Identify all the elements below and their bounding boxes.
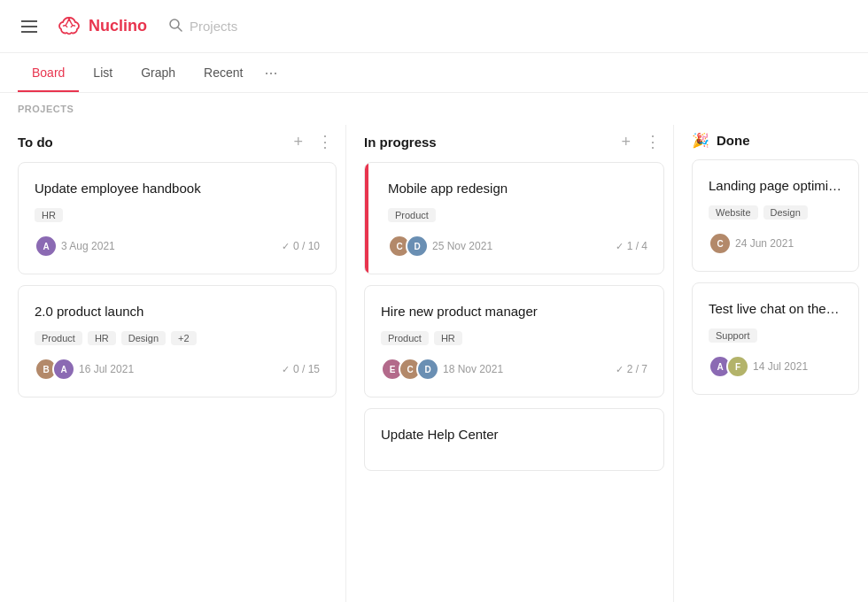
avatar: A [35, 235, 58, 258]
add-inprogress-button[interactable]: + [617, 132, 634, 151]
menu-button[interactable] [18, 17, 41, 36]
tag-product: Product [35, 331, 82, 345]
card-title: Hire new product manager [381, 302, 647, 320]
tabs-bar: Board List Graph Recent ··· [0, 53, 868, 93]
add-todo-button[interactable]: + [290, 132, 306, 151]
board: To do + ⋮ Update employee handbook HR A … [0, 125, 868, 602]
search-area[interactable]: Projects [168, 18, 237, 35]
column-inprogress-header: In progress + ⋮ [364, 125, 664, 162]
card-tags: HR [35, 208, 320, 222]
card-footer: E C D 18 Nov 2021 ✓ 2 / 7 [381, 358, 647, 381]
card-checklist: ✓ 0 / 10 [282, 240, 320, 252]
inprogress-more-button[interactable]: ⋮ [641, 132, 664, 151]
check-icon: ✓ [282, 241, 290, 252]
card-update-help-center[interactable]: Update Help Center [364, 408, 664, 471]
card-tags: Product [381, 208, 647, 222]
card-avatars: A F [709, 355, 744, 378]
card-checklist: ✓ 0 / 15 [282, 363, 320, 375]
tab-more-button[interactable]: ··· [257, 53, 284, 93]
search-placeholder: Projects [190, 19, 237, 34]
card-avatars: A [35, 235, 52, 258]
card-checklist: ✓ 2 / 7 [616, 363, 647, 375]
avatar: C [709, 232, 732, 255]
card-title: Landing page optimi… [709, 176, 842, 195]
card-footer: A 3 Aug 2021 ✓ 0 / 10 [35, 235, 320, 258]
card-title: 2.0 product launch [35, 302, 320, 320]
card-footer: B A 16 Jul 2021 ✓ 0 / 15 [35, 358, 320, 381]
tag-more: +2 [171, 331, 197, 345]
avatar: D [416, 358, 439, 381]
card-checklist: ✓ 1 / 4 [616, 240, 647, 252]
svg-line-1 [178, 27, 182, 31]
tab-recent[interactable]: Recent [190, 55, 257, 92]
card-landing-page[interactable]: Landing page optimi… Website Design C 24… [692, 159, 859, 272]
done-icon: 🎉 [692, 132, 709, 149]
column-todo-title: To do [18, 135, 283, 150]
avatar: D [406, 235, 429, 258]
tag-product: Product [388, 208, 436, 222]
breadcrumb: PROJECTS [0, 93, 868, 125]
card-tags: Product HR Design +2 [35, 331, 320, 345]
avatar: A [52, 358, 75, 381]
column-done-title: Done [717, 133, 859, 148]
card-footer: A F 14 Jul 2021 [709, 355, 842, 378]
logo-text: Nuclino [89, 17, 147, 35]
search-icon [168, 18, 182, 35]
card-tags: Support [709, 328, 842, 343]
column-inprogress-title: In progress [364, 135, 610, 150]
card-footer-left: A 3 Aug 2021 [35, 235, 115, 258]
card-avatars: E C D [381, 358, 434, 381]
card-title: Update Help Center [381, 425, 647, 444]
tag-website: Website [709, 205, 758, 220]
card-date: 25 Nov 2021 [432, 240, 492, 252]
card-product-launch[interactable]: 2.0 product launch Product HR Design +2 … [18, 285, 337, 397]
card-footer-left: C D 25 Nov 2021 [388, 235, 492, 258]
tag-hr: HR [88, 331, 116, 345]
card-title: Test live chat on the… [709, 299, 842, 318]
column-todo-header: To do + ⋮ [18, 125, 337, 162]
card-footer-left: E C D 18 Nov 2021 [381, 358, 503, 381]
card-date: 18 Nov 2021 [443, 363, 503, 375]
tag-design: Design [763, 205, 808, 220]
tag-design: Design [121, 331, 166, 345]
card-date: 16 Jul 2021 [79, 363, 134, 375]
card-footer-left: A F 14 Jul 2021 [709, 355, 808, 378]
tab-graph[interactable]: Graph [127, 55, 190, 92]
check-icon: ✓ [616, 364, 624, 375]
tab-list[interactable]: List [79, 55, 127, 92]
tag-product: Product [381, 331, 429, 345]
card-test-live-chat[interactable]: Test live chat on the… Support A F 14 Ju… [692, 282, 859, 395]
card-avatars: C D [388, 235, 423, 258]
column-done-header: 🎉 Done [692, 125, 859, 159]
card-update-employee-handbook[interactable]: Update employee handbook HR A 3 Aug 2021… [18, 162, 337, 274]
check-count: 1 / 4 [627, 240, 647, 252]
card-date: 3 Aug 2021 [61, 240, 115, 252]
card-date: 14 Jul 2021 [753, 360, 808, 373]
avatar: F [726, 355, 749, 378]
card-avatars: C [709, 232, 726, 255]
card-accent-bar [365, 163, 368, 274]
logo-icon [55, 14, 83, 39]
card-hire-product-manager[interactable]: Hire new product manager Product HR E C … [364, 285, 664, 397]
header: Nuclino Projects [0, 0, 868, 53]
card-date: 24 Jun 2021 [735, 237, 794, 250]
card-avatars: B A [35, 358, 70, 381]
column-todo: To do + ⋮ Update employee handbook HR A … [18, 125, 345, 602]
todo-more-button[interactable]: ⋮ [314, 132, 337, 151]
column-done: 🎉 Done Landing page optimi… Website Desi… [673, 125, 868, 602]
card-title: Mobile app redesign [381, 179, 647, 197]
card-title: Update employee handbook [35, 179, 320, 197]
tag-support: Support [709, 328, 757, 343]
card-footer: C 24 Jun 2021 [709, 232, 842, 255]
card-footer-left: C 24 Jun 2021 [709, 232, 794, 255]
card-mobile-app-redesign[interactable]: Mobile app redesign Product C D 25 Nov 2… [364, 162, 664, 274]
tab-board[interactable]: Board [18, 55, 79, 92]
check-icon: ✓ [616, 241, 624, 252]
tag-hr: HR [434, 331, 462, 345]
tag-hr: HR [35, 208, 63, 222]
card-footer: C D 25 Nov 2021 ✓ 1 / 4 [381, 235, 647, 258]
card-tags: Website Design [709, 205, 842, 220]
check-icon: ✓ [282, 364, 290, 375]
card-footer-left: B A 16 Jul 2021 [35, 358, 134, 381]
card-tags: Product HR [381, 331, 647, 345]
